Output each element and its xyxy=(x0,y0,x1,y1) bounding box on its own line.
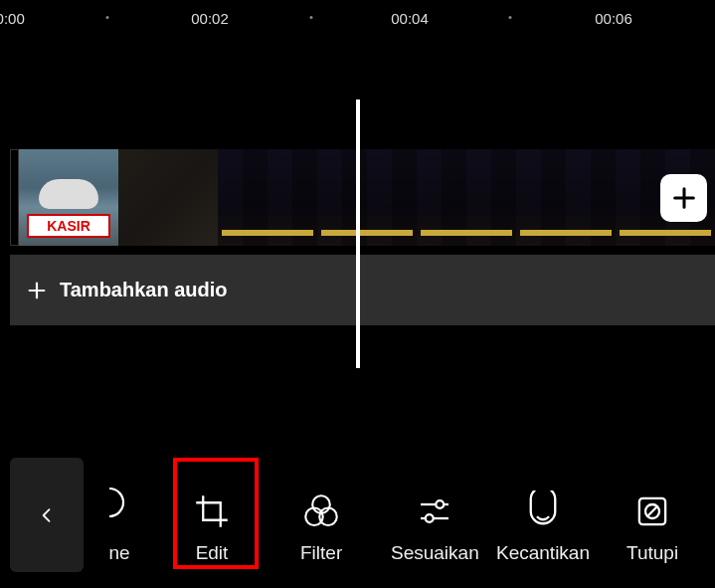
ruler-time-mark: 00:02 xyxy=(191,10,229,27)
tool-cover[interactable]: Tutupi xyxy=(626,490,678,564)
plus-icon xyxy=(670,184,698,212)
ruler-tick-dot xyxy=(106,16,109,19)
ruler-tick-dot xyxy=(310,16,313,19)
back-button[interactable] xyxy=(10,458,84,572)
tool-filter-label: Filter xyxy=(300,542,342,564)
playhead[interactable] xyxy=(356,99,360,368)
clip-thumbnail[interactable]: KASIR xyxy=(19,149,118,246)
ruler-tick-dot xyxy=(509,16,512,19)
clip-thumbnail[interactable] xyxy=(118,149,218,246)
ruler-time-mark: 00:04 xyxy=(391,10,429,27)
svg-point-4 xyxy=(437,500,445,508)
tool-beauty[interactable]: Kecantikan xyxy=(496,490,590,564)
tool-edit-label: Edit xyxy=(196,542,229,564)
face-icon xyxy=(522,490,564,532)
clip-thumbnail[interactable] xyxy=(218,149,317,246)
tool-cover-label: Tutupi xyxy=(626,542,678,564)
sliders-icon xyxy=(414,490,455,532)
tool-edit[interactable]: Edit xyxy=(191,490,233,564)
clip-strip[interactable]: 17.6s KASIR xyxy=(10,149,715,246)
tool-filter[interactable]: Filter xyxy=(300,490,342,564)
svg-point-6 xyxy=(426,514,434,522)
svg-line-9 xyxy=(647,506,658,517)
clip-leading-black[interactable]: 17.6s xyxy=(10,149,19,246)
timeline-ruler[interactable]: 00:0000:0200:0400:06 xyxy=(0,0,715,34)
partial-icon xyxy=(103,483,135,522)
clip-area: 17.6s KASIR xyxy=(10,149,715,246)
block-icon xyxy=(631,490,673,532)
clip-thumbnail[interactable] xyxy=(516,149,616,246)
tool-adjust-label: Sesuaikan xyxy=(391,542,479,564)
chevron-left-icon xyxy=(37,501,57,529)
ruler-time-mark: 00:00 xyxy=(0,10,25,27)
add-clip-button[interactable] xyxy=(660,174,707,222)
add-audio-label: Tambahkan audio xyxy=(60,279,228,301)
clip-thumbnail[interactable] xyxy=(317,149,417,246)
crop-icon xyxy=(191,490,233,532)
filter-icon xyxy=(300,490,342,532)
kasir-sign: KASIR xyxy=(27,214,110,238)
add-audio-track[interactable]: Tambahkan audio xyxy=(10,255,715,325)
plus-icon xyxy=(26,280,48,301)
tool-adjust[interactable]: Sesuaikan xyxy=(391,490,479,564)
ruler-time-mark: 00:06 xyxy=(595,10,632,27)
tool-beauty-label: Kecantikan xyxy=(496,542,590,564)
clip-thumbnail[interactable] xyxy=(417,149,516,246)
bottom-toolbar: ne Edit Filter Sesuaikan Kecantikan xyxy=(0,459,715,578)
tool-partial[interactable]: ne xyxy=(91,483,147,564)
tool-partial-label: ne xyxy=(108,542,129,564)
